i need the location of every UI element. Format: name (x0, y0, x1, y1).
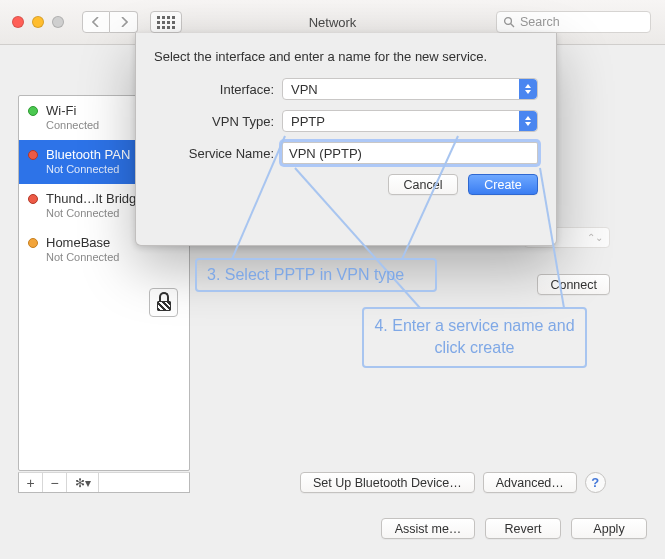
search-icon (503, 16, 515, 28)
status-dot-icon (28, 194, 38, 204)
interface-label: Interface: (154, 82, 274, 97)
chevron-updown-icon: ⌃⌄ (587, 232, 603, 243)
service-name: Bluetooth PAN (46, 147, 130, 163)
remove-service-button[interactable]: − (43, 473, 67, 492)
apply-button[interactable]: Apply (571, 518, 647, 539)
vpn-type-value: PPTP (291, 114, 325, 129)
forward-button[interactable] (110, 11, 138, 33)
close-window-icon[interactable] (12, 16, 24, 28)
interface-value: VPN (291, 82, 318, 97)
service-name-field[interactable]: VPN (PPTP) (282, 142, 538, 164)
service-status: Not Connected (46, 207, 144, 221)
chevron-left-icon (92, 17, 100, 27)
status-dot-icon (28, 238, 38, 248)
chevron-updown-icon (519, 111, 537, 131)
svg-point-0 (505, 18, 512, 25)
chevron-right-icon (120, 17, 128, 27)
create-button[interactable]: Create (468, 174, 538, 195)
svg-line-1 (511, 24, 514, 27)
cancel-button[interactable]: Cancel (388, 174, 458, 195)
service-status: Not Connected (46, 251, 119, 265)
service-status: Connected (46, 119, 99, 133)
service-name-label: Service Name: (154, 146, 274, 161)
add-service-button[interactable]: + (19, 473, 43, 492)
service-name: Wi-Fi (46, 103, 99, 119)
service-name-value: VPN (PPTP) (289, 146, 362, 161)
interface-select[interactable]: VPN (282, 78, 538, 100)
search-input[interactable]: Search (496, 11, 651, 33)
zoom-window-icon (52, 16, 64, 28)
minimize-window-icon[interactable] (32, 16, 44, 28)
sheet-prompt: Select the interface and enter a name fo… (154, 49, 538, 64)
chevron-updown-icon (519, 79, 537, 99)
service-name: HomeBase (46, 235, 119, 251)
service-status: Not Connected (46, 163, 130, 177)
traffic-lights (12, 16, 64, 28)
service-list-controls: + − ✻▾ (18, 472, 190, 493)
vpn-type-label: VPN Type: (154, 114, 274, 129)
connect-button[interactable]: Connect (537, 274, 610, 295)
advanced-button[interactable]: Advanced… (483, 472, 577, 493)
back-button[interactable] (82, 11, 110, 33)
revert-button[interactable]: Revert (485, 518, 561, 539)
annotation-step-4: 4. Enter a service name and click create (362, 307, 587, 368)
vpn-type-select[interactable]: PPTP (282, 110, 538, 132)
show-all-prefs-button[interactable] (150, 11, 182, 33)
assist-me-button[interactable]: Assist me… (381, 518, 475, 539)
annotation-step-3: 3. Select PPTP in VPN type (195, 258, 437, 292)
setup-bluetooth-button[interactable]: Set Up Bluetooth Device… (300, 472, 475, 493)
help-button[interactable]: ? (585, 472, 606, 493)
lock-button[interactable] (149, 288, 178, 317)
search-placeholder: Search (520, 15, 560, 29)
service-actions-menu[interactable]: ✻▾ (67, 473, 99, 492)
new-service-sheet: Select the interface and enter a name fo… (135, 33, 557, 246)
status-dot-icon (28, 106, 38, 116)
service-name: Thund…lt Bridge (46, 191, 144, 207)
status-dot-icon (28, 150, 38, 160)
nav-back-forward (82, 11, 138, 33)
